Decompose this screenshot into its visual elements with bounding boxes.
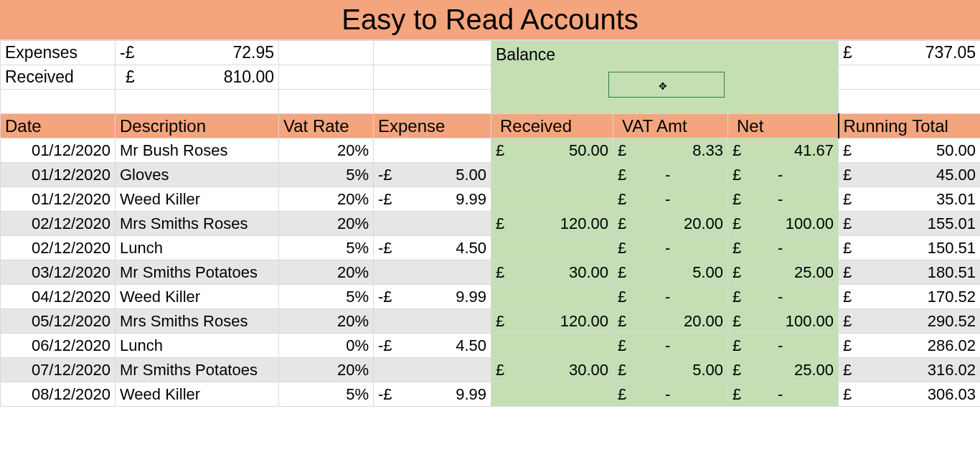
cell[interactable] (491, 334, 613, 358)
cell[interactable]: 05/12/2020 (1, 309, 116, 334)
cell[interactable]: £25.00 (728, 358, 839, 382)
cell[interactable]: £290.52 (839, 309, 980, 334)
cell[interactable]: £- (613, 285, 728, 309)
cell[interactable]: £25.00 (728, 260, 839, 285)
accounts-table[interactable]: Expenses -£ 72.95 Balance £ 737.05 Rece (0, 40, 980, 407)
cell[interactable]: -£4.50 (374, 236, 491, 260)
cell[interactable]: 5% (279, 285, 374, 309)
hdr-net[interactable]: Net (728, 114, 839, 138)
cell[interactable]: Weed Killer (116, 382, 279, 407)
cell[interactable]: £155.01 (839, 212, 980, 236)
cell[interactable]: Mr Smiths Potatoes (116, 260, 279, 285)
cell[interactable]: Mrs Smiths Roses (116, 309, 279, 334)
cell[interactable]: 02/12/2020 (1, 212, 116, 236)
cell[interactable] (374, 309, 491, 334)
cell[interactable]: 04/12/2020 (1, 285, 116, 309)
cell[interactable] (374, 138, 491, 163)
cell[interactable]: £- (728, 187, 839, 212)
hdr-date[interactable]: Date (1, 114, 116, 138)
cell[interactable]: 06/12/2020 (1, 334, 116, 358)
received-value[interactable]: £ 810.00 (116, 65, 279, 90)
cell[interactable] (374, 358, 491, 382)
cell[interactable]: £- (728, 285, 839, 309)
cell[interactable]: -£5.00 (374, 163, 491, 187)
cell[interactable]: 5% (279, 163, 374, 187)
cell[interactable]: £30.00 (491, 358, 613, 382)
cell[interactable]: -£9.99 (374, 285, 491, 309)
cell[interactable]: £180.51 (839, 260, 980, 285)
cell[interactable]: 20% (279, 309, 374, 334)
cell[interactable]: Mr Bush Roses (116, 138, 279, 163)
cell[interactable]: 07/12/2020 (1, 358, 116, 382)
cell[interactable]: £5.00 (613, 358, 728, 382)
cell[interactable]: 01/12/2020 (1, 138, 116, 163)
cell[interactable]: -£4.50 (374, 334, 491, 358)
cell[interactable]: 20% (279, 138, 374, 163)
hdr-received[interactable]: Received (491, 114, 613, 138)
cell[interactable]: Weed Killer (116, 285, 279, 309)
cell[interactable]: £306.03 (839, 382, 980, 407)
cell[interactable]: £- (613, 236, 728, 260)
cell[interactable]: £- (728, 334, 839, 358)
cell[interactable]: Lunch (116, 236, 279, 260)
hdr-vat-rate[interactable]: Vat Rate (279, 114, 374, 138)
hdr-expense[interactable]: Expense (374, 114, 491, 138)
cell[interactable]: £120.00 (491, 212, 613, 236)
cell[interactable] (374, 260, 491, 285)
cell[interactable]: 5% (279, 382, 374, 407)
cell[interactable]: £8.33 (613, 138, 728, 163)
cell[interactable]: 5% (279, 236, 374, 260)
cell[interactable]: £45.00 (839, 163, 980, 187)
cell[interactable]: £- (613, 163, 728, 187)
cell[interactable]: £35.01 (839, 187, 980, 212)
expenses-value[interactable]: -£ 72.95 (116, 41, 279, 65)
cell[interactable]: £100.00 (728, 309, 839, 334)
cell[interactable]: £41.67 (728, 138, 839, 163)
cell[interactable]: 01/12/2020 (1, 187, 116, 212)
hdr-running-total[interactable]: Running Total (839, 114, 980, 138)
hdr-vat-amt[interactable]: VAT Amt (613, 114, 728, 138)
cell[interactable]: Weed Killer (116, 187, 279, 212)
cell[interactable]: £150.51 (839, 236, 980, 260)
cell[interactable]: £- (613, 187, 728, 212)
balance-block[interactable]: Balance (491, 41, 839, 114)
cell[interactable]: 01/12/2020 (1, 163, 116, 187)
spreadsheet-sheet[interactable]: Easy to Read Accounts Expenses -£ 72.95 … (0, 0, 980, 467)
cell[interactable] (491, 236, 613, 260)
cell[interactable]: £- (613, 382, 728, 407)
cell[interactable]: £170.52 (839, 285, 980, 309)
cell[interactable]: 20% (279, 212, 374, 236)
cell[interactable] (374, 212, 491, 236)
cell[interactable]: £20.00 (613, 212, 728, 236)
cell[interactable]: Mr Smiths Potatoes (116, 358, 279, 382)
cell[interactable]: 20% (279, 358, 374, 382)
cell[interactable]: Mrs Smiths Roses (116, 212, 279, 236)
balance-value[interactable]: £ 737.05 (839, 41, 980, 65)
hdr-description[interactable]: Description (116, 114, 279, 138)
cell[interactable]: £316.02 (839, 358, 980, 382)
cell[interactable]: £50.00 (491, 138, 613, 163)
cell[interactable]: £5.00 (613, 260, 728, 285)
cell[interactable] (491, 285, 613, 309)
cell[interactable]: £286.02 (839, 334, 980, 358)
cell[interactable]: -£9.99 (374, 187, 491, 212)
cell[interactable]: £120.00 (491, 309, 613, 334)
cell[interactable]: £- (728, 382, 839, 407)
cell[interactable]: Gloves (116, 163, 279, 187)
cell[interactable]: Lunch (116, 334, 279, 358)
cell[interactable]: 20% (279, 187, 374, 212)
cell[interactable] (491, 187, 613, 212)
cell[interactable]: 08/12/2020 (1, 382, 116, 407)
cell[interactable]: £50.00 (839, 138, 980, 163)
expenses-label[interactable]: Expenses (1, 41, 116, 65)
cell[interactable] (491, 163, 613, 187)
cell[interactable]: 0% (279, 334, 374, 358)
cell[interactable]: £20.00 (613, 309, 728, 334)
received-label[interactable]: Received (1, 65, 116, 90)
cell[interactable]: -£9.99 (374, 382, 491, 407)
cell[interactable]: £- (728, 163, 839, 187)
cell[interactable]: 03/12/2020 (1, 260, 116, 285)
cell[interactable] (491, 382, 613, 407)
cell[interactable]: 02/12/2020 (1, 236, 116, 260)
cell[interactable]: £100.00 (728, 212, 839, 236)
